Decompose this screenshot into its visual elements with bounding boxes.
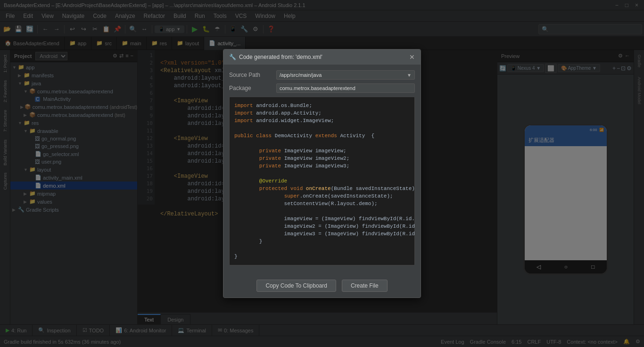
source-path-label: Source Path [229,72,276,78]
modal-title: 🔧 Code generated from: 'demo.xml' [229,54,322,60]
source-path-field: Source Path /app/src/main/java ▼ [229,70,415,80]
modal-overlay: 🔧 Code generated from: 'demo.xml' ✕ Sour… [0,0,644,347]
package-input[interactable]: comu.metrox.baseadapterextend [276,83,415,93]
package-field: Package comu.metrox.baseadapterextend [229,83,415,93]
modal-title-bar: 🔧 Code generated from: 'demo.xml' ✕ [223,50,421,65]
modal-buttons: Copy Code To Clipboard Create File [223,276,421,297]
modal-dialog: 🔧 Code generated from: 'demo.xml' ✕ Sour… [223,49,421,298]
modal-body: Source Path /app/src/main/java ▼ Package… [223,65,421,276]
modal-close-button[interactable]: ✕ [409,53,415,61]
package-label: Package [229,85,276,91]
copy-code-button[interactable]: Copy Code To Clipboard [256,280,336,292]
modal-code-area[interactable]: import android.os.Bundle; import android… [229,97,415,265]
dropdown-arrow-icon: ▼ [407,73,412,78]
modal-icon: 🔧 [229,54,236,60]
source-path-input[interactable]: /app/src/main/java ▼ [276,70,415,80]
create-file-button[interactable]: Create File [342,280,388,292]
